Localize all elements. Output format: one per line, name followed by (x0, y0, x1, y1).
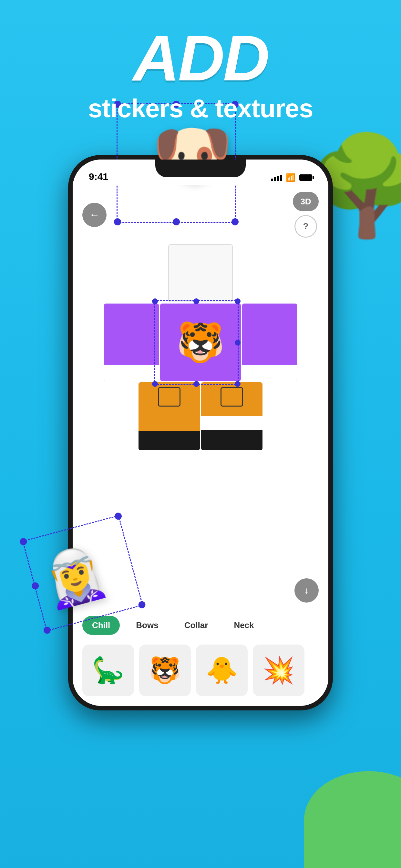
clothing-grid: 🐯 (79, 244, 322, 450)
pant-right (201, 382, 263, 450)
sticker-tiger[interactable]: 🐯 (139, 645, 191, 696)
tab-collar[interactable]: Collar (175, 616, 218, 635)
sticker-dino[interactable]: 🦕 (82, 645, 134, 696)
battery-icon (299, 175, 312, 181)
tab-neck[interactable]: Neck (224, 616, 264, 635)
back-button[interactable]: ← (82, 203, 106, 227)
tiger-face-sticker: 🐯 (168, 310, 233, 375)
pant-pocket-right (220, 387, 243, 407)
sticker-grid: 🦕 🐯 🐥 💥 (73, 641, 328, 706)
header-add-text: ADD (0, 26, 401, 90)
notch (155, 159, 246, 177)
shirt-center-panel: 🐯 (160, 304, 241, 381)
sticker-bomb[interactable]: 💥 (253, 645, 305, 696)
hill-decoration (304, 771, 401, 868)
header-subtitle: stickers & textures (0, 94, 401, 123)
phone-wrapper: 🐶 🧝‍♀️ 9:41 (68, 155, 333, 710)
pant-pocket-left (158, 387, 181, 407)
pants-row (138, 382, 263, 450)
status-icons: 📶 (271, 173, 312, 182)
header-section: ADD stickers & textures (0, 0, 401, 123)
phone-screen: 9:41 📶 ← 3D (73, 159, 328, 706)
sticker-duck[interactable]: 🐥 (196, 645, 248, 696)
3d-button[interactable]: 3D (293, 192, 319, 211)
signal-icon (271, 174, 282, 181)
help-button[interactable]: ? (295, 215, 317, 238)
wifi-icon: 📶 (286, 173, 296, 182)
shirt-left-panel (104, 304, 159, 381)
download-button[interactable]: ↓ (295, 578, 319, 602)
head-area (168, 244, 233, 302)
shirt-right-panel (242, 304, 297, 381)
toolbar-right: 3D ? (293, 192, 319, 238)
phone-frame: 9:41 📶 ← 3D (68, 155, 333, 710)
shirt-row: 🐯 (104, 304, 297, 381)
screen-content: ← 3D ? (73, 185, 328, 706)
pant-bottom-left (138, 431, 200, 450)
pant-left (138, 382, 200, 450)
tab-bows[interactable]: Bows (126, 616, 168, 635)
